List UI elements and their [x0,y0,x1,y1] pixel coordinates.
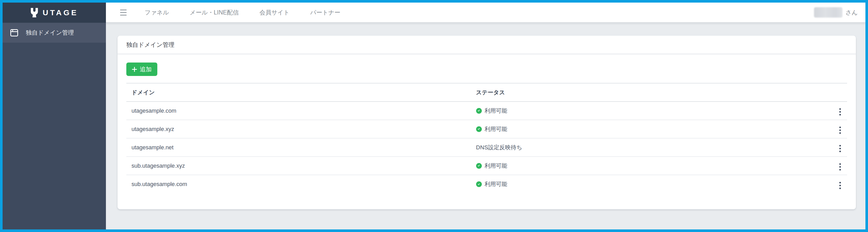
actions-cell [826,175,847,193]
kebab-vertical-icon[interactable] [837,125,843,135]
domains-table-body: utagesample.com [126,102,847,193]
status-cell: 利用可能 [471,156,826,175]
user-menu[interactable]: さん [814,7,858,18]
status-badge: 利用可能 [476,180,507,188]
column-header-domain: ドメイン [126,83,471,102]
content-area: 独自ドメイン管理 追加 ドメイン ステータス [106,23,865,229]
table-row: utagesample.xyz [126,120,847,138]
status-cell: 利用可能 [471,175,826,193]
brand-name: UTAGE [43,8,78,17]
top-nav-item[interactable]: 会員サイト [259,8,289,17]
sidebar-logo[interactable]: UTAGE [3,3,106,23]
add-domain-button[interactable]: 追加 [126,62,157,76]
sidebar: UTAGE 独自ドメイン管理 [3,3,106,229]
actions-cell [826,138,847,156]
actions-cell [826,156,847,175]
sidebar-item-domain-management[interactable]: 独自ドメイン管理 [3,23,106,42]
status-cell: DNS設定反映待ち [471,138,826,156]
actions-cell [826,102,847,120]
actions-cell [826,120,847,138]
top-navbar: ファネル メール・LINE配信 会員サイト パートナー さん [106,3,865,23]
status-label: 利用可能 [485,125,507,133]
header-row: ドメイン ステータス [126,83,847,102]
table-row: utagesample.com [126,102,847,120]
card-header: 独自ドメイン管理 [118,36,856,54]
status-label: 利用可能 [485,162,507,170]
window-icon [10,29,18,36]
kebab-vertical-icon[interactable] [837,144,843,153]
domains-table-head: ドメイン ステータス [126,83,847,102]
status-badge: 利用可能 [476,162,507,170]
domain-cell: utagesample.com [126,102,471,120]
user-name-redacted [814,7,842,18]
plus-icon [132,67,137,72]
domain-management-card: 独自ドメイン管理 追加 ドメイン ステータス [118,36,856,209]
status-label: 利用可能 [485,107,507,115]
check-circle-icon [476,108,482,114]
kebab-vertical-icon[interactable] [837,181,843,191]
kebab-vertical-icon[interactable] [837,162,843,172]
add-domain-button-label: 追加 [140,65,152,74]
card-body: 追加 ドメイン ステータス [118,54,856,202]
status-label: 利用可能 [485,180,507,188]
utage-u-icon [30,8,38,18]
domain-cell: utagesample.xyz [126,120,471,138]
check-circle-icon [476,181,482,187]
domain-cell: utagesample.net [126,138,471,156]
check-circle-icon [476,163,482,169]
app-window: UTAGE 独自ドメイン管理 [0,0,868,232]
domains-table: ドメイン ステータス utagesample.com [126,83,847,193]
user-suffix: さん [845,8,858,17]
top-nav-links: ファネル メール・LINE配信 会員サイト パートナー [145,8,361,17]
status-badge: 利用可能 [476,125,507,133]
sidebar-nav: 独自ドメイン管理 [3,23,106,229]
table-row: sub.utagesample.com [126,175,847,193]
table-row: utagesample.net [126,138,847,156]
column-header-status: ステータス [471,83,826,102]
status-badge: DNS設定反映待ち [476,144,522,151]
main-column: ファネル メール・LINE配信 会員サイト パートナー さん 独自ドメイン管理 [106,3,865,229]
check-circle-icon [476,126,482,132]
table-row: sub.utagesample.xyz [126,156,847,175]
status-label: DNS設定反映待ち [476,144,522,151]
hamburger-icon[interactable] [120,9,127,16]
kebab-vertical-icon[interactable] [837,107,843,117]
status-cell: 利用可能 [471,102,826,120]
domain-cell: sub.utagesample.com [126,175,471,193]
top-nav-item[interactable]: ファネル [145,8,169,17]
page-title: 独自ドメイン管理 [126,41,175,49]
top-nav-item[interactable]: メール・LINE配信 [190,8,239,17]
sidebar-item-label: 独自ドメイン管理 [26,29,74,37]
domain-cell: sub.utagesample.xyz [126,156,471,175]
status-cell: 利用可能 [471,120,826,138]
status-badge: 利用可能 [476,107,507,115]
top-nav-item[interactable]: パートナー [310,8,340,17]
column-header-actions [826,83,847,102]
